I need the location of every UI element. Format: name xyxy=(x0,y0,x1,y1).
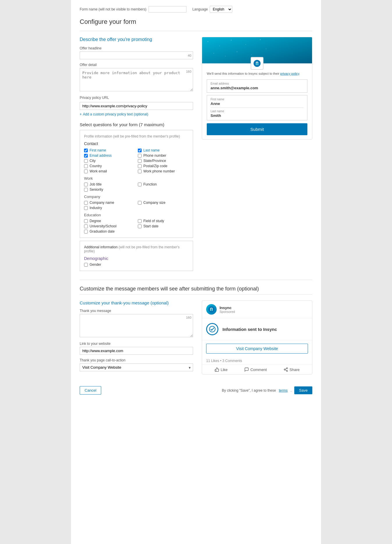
country-checkbox[interactable] xyxy=(84,164,88,168)
thankyou-card: Insync Sponsored Information sent to Ins… xyxy=(202,300,312,374)
work-phone-checkbox[interactable] xyxy=(138,170,142,173)
field-of-study-checkbox[interactable] xyxy=(138,219,142,223)
thankyou-textarea-wrap: 160 xyxy=(80,314,193,338)
comments-count: 3 Comments xyxy=(222,359,242,363)
cancel-button[interactable]: Cancel xyxy=(80,386,101,395)
city-checkbox[interactable] xyxy=(84,159,88,163)
company-section-title: Company xyxy=(84,195,189,199)
function-checkbox[interactable] xyxy=(138,183,142,186)
terms-link[interactable]: terms xyxy=(279,388,288,393)
thankyou-textarea[interactable] xyxy=(80,314,193,337)
company-name-checkbox[interactable] xyxy=(84,201,88,205)
preview-lastname-value: Smith xyxy=(211,113,304,118)
comment-action[interactable]: Comment xyxy=(244,367,267,372)
offer-detail-label: Offer detail xyxy=(80,63,193,67)
phone-checkbox[interactable] xyxy=(138,154,142,158)
list-item: Seniority xyxy=(84,188,135,192)
language-select[interactable]: English Spanish French German xyxy=(210,6,232,13)
social-stats: 11 Likes • 3 Comments xyxy=(202,357,312,365)
thankyou-logo-icon xyxy=(208,306,215,313)
company-size-checkbox[interactable] xyxy=(138,201,142,205)
list-item: University/School xyxy=(84,224,135,228)
degree-checkbox[interactable] xyxy=(84,219,88,223)
list-item: Industry xyxy=(84,206,135,210)
thankyou-sponsored: Sponsored xyxy=(220,310,235,313)
privacy-url-input[interactable] xyxy=(80,102,193,110)
thankyou-info-sent: Information sent to Insync xyxy=(202,318,312,340)
start-date-checkbox[interactable] xyxy=(138,224,142,228)
visit-company-website-button[interactable]: Visit Company Website xyxy=(206,344,308,354)
page-wrapper: Form name (will not be visible to member… xyxy=(71,0,321,544)
preview-body: We'll send this information to Insync su… xyxy=(202,63,312,139)
state-checkbox[interactable] xyxy=(138,159,142,163)
offer-headline-input[interactable] xyxy=(80,51,193,59)
work-fields-grid: Job title Function Seniority xyxy=(84,182,189,192)
thankyou-card-header: Insync Sponsored xyxy=(202,301,312,318)
cta-label: Thank you page call-to-action xyxy=(80,358,193,362)
offer-headline-label: Offer headline xyxy=(80,46,193,50)
seniority-checkbox[interactable] xyxy=(84,188,88,192)
list-item: Graduation date xyxy=(84,229,135,233)
graduation-date-label: Graduation date xyxy=(90,229,115,233)
preview-email-group: Email address anne.smith@example.com xyxy=(207,79,307,93)
comment-label: Comment xyxy=(250,368,267,372)
country-label: Country xyxy=(90,164,102,168)
gender-checkbox[interactable] xyxy=(84,263,88,267)
state-label: State/Province xyxy=(143,159,166,163)
list-item: Work phone number xyxy=(138,169,189,173)
list-item: Field of study xyxy=(138,219,189,223)
cta-select-wrap: Visit Company Website Download Learn Mor… xyxy=(80,363,193,371)
footer-right: By clicking "Save", I agree to these ter… xyxy=(222,386,312,394)
cta-select[interactable]: Visit Company Website Download Learn Mor… xyxy=(80,363,193,371)
privacy-policy-link[interactable]: privacy policy xyxy=(280,72,299,75)
postal-checkbox[interactable] xyxy=(138,164,142,168)
customize-left-col: Customize your thank-you message (option… xyxy=(80,300,193,374)
contact-section-title: Contact xyxy=(84,141,189,146)
start-date-label: Start date xyxy=(143,224,158,228)
submit-button[interactable]: Submit xyxy=(207,123,307,135)
comment-icon xyxy=(244,367,249,372)
preview-firstname-value: Anne xyxy=(211,101,304,106)
work-email-checkbox[interactable] xyxy=(84,170,88,173)
list-item: Postal/Zip code xyxy=(138,164,189,168)
save-button[interactable]: Save xyxy=(294,386,312,394)
seniority-label: Seniority xyxy=(90,188,103,192)
offer-section: Describe the offer you're promoting Offe… xyxy=(80,37,312,271)
website-link-input[interactable] xyxy=(80,347,193,355)
link-label: Link to your website xyxy=(80,342,193,346)
page-title: Configure your form xyxy=(80,18,312,26)
social-actions: Like Comment xyxy=(202,365,312,374)
first-name-checkbox[interactable] xyxy=(84,149,88,152)
offer-section-heading: Describe the offer you're promoting xyxy=(80,37,193,42)
last-name-checkbox[interactable] xyxy=(138,149,142,152)
list-item: Company name xyxy=(84,201,135,205)
preview-header-image xyxy=(202,37,312,63)
add-custom-privacy[interactable]: + Add a custom privacy policy text (opti… xyxy=(80,112,148,116)
likes-count: 11 Likes xyxy=(206,359,219,363)
education-section-title: Education xyxy=(84,213,189,217)
like-action[interactable]: Like xyxy=(215,367,228,372)
share-action[interactable]: Share xyxy=(284,367,300,372)
city-label: City xyxy=(90,159,96,163)
preview-firstname-label: First name xyxy=(211,98,304,101)
list-item: Country xyxy=(84,164,135,168)
postal-label: Postal/Zip code xyxy=(143,164,168,168)
thankyou-logo xyxy=(206,304,217,315)
industry-label: Industry xyxy=(90,206,102,210)
offer-detail-textarea[interactable] xyxy=(80,68,193,91)
svg-point-12 xyxy=(256,63,258,65)
svg-point-4 xyxy=(245,44,246,45)
svg-point-18 xyxy=(286,370,288,372)
graduation-date-checkbox[interactable] xyxy=(84,230,88,233)
job-title-checkbox[interactable] xyxy=(84,183,88,186)
form-name-label: Form name (will not be visible to member… xyxy=(80,7,146,11)
email-checkbox[interactable] xyxy=(84,154,88,158)
industry-checkbox[interactable] xyxy=(84,206,88,210)
email-label: Email address xyxy=(90,154,112,158)
form-name-input[interactable] xyxy=(149,6,186,13)
list-item: Email address xyxy=(84,154,135,158)
list-item: Job title xyxy=(84,182,135,186)
profile-box: Profile information (will be pre-filled … xyxy=(80,130,193,238)
checkmark-icon xyxy=(209,326,216,333)
university-checkbox[interactable] xyxy=(84,224,88,228)
